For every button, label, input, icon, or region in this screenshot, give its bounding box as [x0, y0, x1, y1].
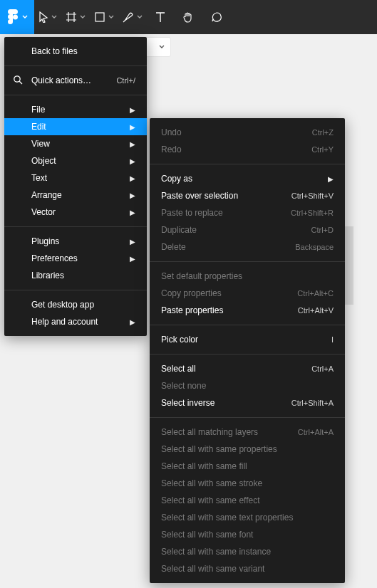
edit-submenu: UndoCtrl+Z RedoCtrl+Y Copy as▶ Paste ove… — [150, 118, 345, 583]
menu-item-set-default-properties[interactable]: Set default properties — [150, 268, 345, 285]
menu-label: Vector — [31, 207, 56, 217]
menu-label: Text — [31, 173, 47, 183]
pen-tool[interactable] — [118, 0, 147, 34]
menu-label: Select all with same text properties — [161, 513, 293, 523]
menu-item-duplicate[interactable]: DuplicateCtrl+D — [150, 221, 345, 238]
menu-shortcut: Ctrl+Alt+C — [297, 289, 334, 298]
menu-separator — [4, 226, 147, 227]
frame-tool[interactable] — [61, 0, 90, 34]
menu-item-delete[interactable]: DeleteBackspace — [150, 238, 345, 256]
menu-item-copy-as[interactable]: Copy as▶ — [150, 170, 345, 187]
top-toolbar — [0, 0, 377, 34]
menu-item-select-same-effect[interactable]: Select all with same effect — [150, 492, 345, 509]
menu-item-select-same-fill[interactable]: Select all with same fill — [150, 458, 345, 475]
text-tool[interactable] — [147, 0, 174, 34]
menu-item-arrange[interactable]: Arrange ▶ — [4, 187, 147, 204]
menu-label: Delete — [161, 242, 186, 252]
chevron-right-icon: ▶ — [130, 174, 135, 182]
menu-shortcut: Ctrl+Shift+R — [291, 209, 334, 217]
menu-label: File — [31, 105, 45, 115]
pen-tool-icon — [123, 11, 134, 23]
menu-item-select-matching-layers[interactable]: Select all matching layersCtrl+Alt+A — [150, 424, 345, 441]
menu-item-preferences[interactable]: Preferences ▶ — [4, 250, 147, 267]
menu-item-select-all[interactable]: Select allCtrl+A — [150, 360, 345, 377]
menu-shortcut: Ctrl+/ — [116, 76, 135, 85]
comment-tool-icon — [211, 11, 222, 23]
figma-menu-button[interactable] — [0, 0, 34, 34]
menu-separator — [150, 325, 345, 325]
chevron-right-icon: ▶ — [130, 255, 135, 263]
svg-rect-1 — [95, 13, 104, 21]
menu-item-select-same-variant[interactable]: Select all with same variant — [150, 560, 345, 577]
main-menu: Back to files Quick actions… Ctrl+/ File… — [4, 37, 147, 336]
menu-item-desktop-app[interactable]: Get desktop app — [4, 296, 147, 313]
menu-item-pick-color[interactable]: Pick colorI — [150, 331, 345, 348]
menu-item-plugins[interactable]: Plugins ▶ — [4, 233, 147, 250]
menu-item-paste-to-replace[interactable]: Paste to replaceCtrl+Shift+R — [150, 204, 345, 221]
menu-label: Select all matching layers — [161, 427, 258, 437]
text-tool-icon — [155, 11, 165, 23]
menu-separator — [150, 354, 345, 355]
chevron-right-icon: ▶ — [130, 209, 135, 216]
menu-shortcut: Ctrl+Y — [311, 145, 334, 154]
menu-label: Select all with same variant — [161, 564, 264, 574]
menu-item-select-same-text-properties[interactable]: Select all with same text properties — [150, 509, 345, 526]
chevron-down-icon — [137, 15, 143, 19]
menu-separator — [4, 95, 147, 95]
menu-item-help[interactable]: Help and account ▶ — [4, 313, 147, 330]
svg-point-0 — [13, 15, 18, 20]
svg-point-2 — [14, 76, 20, 82]
menu-item-libraries[interactable]: Libraries — [4, 267, 147, 284]
chevron-right-icon: ▶ — [130, 106, 135, 114]
menu-label: Back to files — [31, 46, 78, 56]
menu-item-select-same-properties[interactable]: Select all with same properties — [150, 441, 345, 458]
menu-item-quick-actions[interactable]: Quick actions… Ctrl+/ — [4, 72, 147, 89]
menu-item-file[interactable]: File ▶ — [4, 101, 147, 118]
menu-label: Paste properties — [161, 305, 223, 315]
move-tool[interactable] — [34, 0, 61, 34]
comment-tool[interactable] — [202, 0, 231, 34]
menu-item-text[interactable]: Text ▶ — [4, 169, 147, 187]
menu-shortcut: Ctrl+Alt+V — [298, 306, 334, 315]
menu-shortcut: Ctrl+Shift+V — [291, 191, 334, 200]
menu-item-select-same-instance[interactable]: Select all with same instance — [150, 543, 345, 560]
move-tool-icon — [38, 11, 48, 23]
menu-label: Select all with same instance — [161, 547, 271, 557]
frame-tool-icon — [66, 11, 77, 23]
chevron-down-icon — [80, 15, 86, 19]
menu-item-select-none[interactable]: Select none — [150, 377, 345, 394]
menu-shortcut: Ctrl+D — [311, 226, 334, 234]
chevron-right-icon: ▶ — [328, 175, 334, 183]
menu-item-paste-properties[interactable]: Paste propertiesCtrl+Alt+V — [150, 302, 345, 319]
menu-item-paste-over-selection[interactable]: Paste over selectionCtrl+Shift+V — [150, 187, 345, 204]
shape-tool[interactable] — [90, 0, 118, 34]
search-icon — [13, 75, 23, 85]
chevron-right-icon: ▶ — [130, 191, 135, 199]
menu-label: Preferences — [31, 253, 78, 263]
menu-item-edit[interactable]: Edit ▶ — [4, 118, 147, 135]
menu-label: Arrange — [31, 190, 62, 200]
menu-item-object[interactable]: Object ▶ — [4, 152, 147, 169]
menu-label: Help and account — [31, 317, 98, 327]
menu-label: Select all with same properties — [161, 444, 277, 454]
menu-label: Libraries — [31, 271, 64, 280]
menu-item-redo[interactable]: RedoCtrl+Y — [150, 141, 345, 158]
chevron-down-icon — [108, 15, 114, 19]
hand-tool[interactable] — [174, 0, 202, 34]
menu-label: Paste over selection — [161, 191, 238, 201]
menu-item-select-inverse[interactable]: Select inverseCtrl+Shift+A — [150, 394, 345, 411]
menu-item-copy-properties[interactable]: Copy propertiesCtrl+Alt+C — [150, 285, 345, 302]
menu-label: Select all with same stroke — [161, 478, 262, 488]
menu-label: Set default properties — [161, 271, 242, 281]
menu-item-view[interactable]: View ▶ — [4, 135, 147, 152]
menu-item-undo[interactable]: UndoCtrl+Z — [150, 124, 345, 141]
menu-item-back-to-files[interactable]: Back to files — [4, 43, 147, 60]
menu-label: Copy as — [161, 174, 192, 184]
menu-item-vector[interactable]: Vector ▶ — [4, 204, 147, 221]
menu-shortcut: Backspace — [295, 243, 334, 251]
menu-shortcut: Ctrl+Shift+A — [291, 399, 334, 407]
menu-item-select-same-stroke[interactable]: Select all with same stroke — [150, 475, 345, 492]
menu-label: Redo — [161, 145, 182, 154]
menu-label: View — [31, 139, 50, 149]
menu-item-select-same-font[interactable]: Select all with same font — [150, 526, 345, 543]
